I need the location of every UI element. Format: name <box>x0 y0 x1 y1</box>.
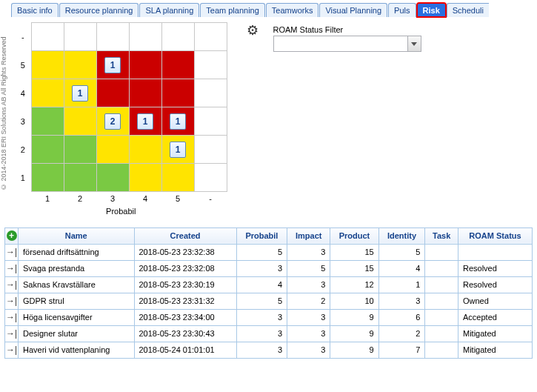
matrix-cell[interactable]: 1 <box>161 136 194 164</box>
cell-identity: 4 <box>378 260 425 276</box>
risk-count-badge[interactable]: 1 <box>170 142 186 158</box>
row-nav-cell[interactable]: →| <box>5 244 19 260</box>
matrix-y-label: 3 <box>15 107 31 136</box>
add-row-header[interactable]: + <box>5 227 19 244</box>
matrix-cell <box>194 23 227 51</box>
chevron-down-icon <box>411 42 417 46</box>
table-row[interactable]: →|Svaga prestanda2018-05-23 23:32:083515… <box>5 260 533 276</box>
table-row[interactable]: →|försenad driftsättning2018-05-23 23:32… <box>5 244 533 260</box>
cell-created: 2018-05-23 23:32:08 <box>134 260 236 276</box>
cell-identity: 3 <box>378 293 425 309</box>
tab-team-planning[interactable]: Team planning <box>200 3 265 17</box>
matrix-cell <box>31 107 64 136</box>
matrix-cell[interactable]: 2 <box>96 107 129 136</box>
tab-basic-info[interactable]: Basic info <box>11 3 59 17</box>
tab-teamworks[interactable]: Teamworks <box>266 3 319 17</box>
cell-product: 9 <box>330 342 378 358</box>
roam-filter-input[interactable] <box>274 36 407 51</box>
tab-resource-planning[interactable]: Resource planning <box>59 3 139 17</box>
column-header-impact[interactable]: Impact <box>287 227 330 244</box>
matrix-cell <box>129 79 161 107</box>
cell-impact: 5 <box>287 260 330 276</box>
cell-roam: Resolved <box>458 276 533 293</box>
cell-task <box>425 260 458 276</box>
row-nav-cell[interactable]: →| <box>5 309 19 325</box>
goto-icon[interactable]: →| <box>6 328 17 339</box>
matrix-cell <box>31 79 64 107</box>
goto-icon[interactable]: →| <box>6 279 17 290</box>
matrix-cell <box>161 164 194 192</box>
row-nav-cell[interactable]: →| <box>5 293 19 309</box>
table-row[interactable]: →|GDPR strul2018-05-23 23:31:3252103Owne… <box>5 293 533 309</box>
table-row[interactable]: →|Saknas Kravställare2018-05-23 23:30:19… <box>5 276 533 293</box>
column-header-identity[interactable]: Identity <box>378 227 425 244</box>
row-nav-cell[interactable]: →| <box>5 260 19 276</box>
goto-icon[interactable]: →| <box>6 296 17 306</box>
matrix-cell <box>96 79 129 107</box>
cell-identity: 7 <box>378 342 425 358</box>
column-header-product[interactable]: Product <box>330 227 378 244</box>
cell-probabil: 3 <box>236 342 287 358</box>
risk-count-badge[interactable]: 1 <box>137 113 153 130</box>
matrix-cell <box>31 51 64 79</box>
cell-created: 2018-05-23 23:30:19 <box>134 276 236 293</box>
column-header-probabil[interactable]: Probabil <box>236 227 287 244</box>
matrix-cell <box>161 79 194 107</box>
matrix-cell <box>194 136 227 164</box>
column-header-roam-status[interactable]: ROAM Status <box>458 227 533 244</box>
settings-icon[interactable]: ⚙ <box>247 23 259 38</box>
goto-icon[interactable]: →| <box>6 263 17 273</box>
column-header-created[interactable]: Created <box>134 227 236 244</box>
goto-icon[interactable]: →| <box>6 345 17 355</box>
table-row[interactable]: →|Haveri vid vattenplaning2018-05-24 01:… <box>5 342 533 358</box>
tab-puls[interactable]: Puls <box>388 3 416 17</box>
table-row[interactable]: →|Designer slutar2018-05-23 23:30:433392… <box>5 325 533 342</box>
cell-task <box>425 325 458 342</box>
tab-risk[interactable]: Risk <box>417 3 446 17</box>
cell-identity: 6 <box>378 309 425 325</box>
cell-probabil: 5 <box>236 244 287 260</box>
matrix-cell[interactable]: 1 <box>161 107 194 136</box>
cell-task <box>425 309 458 325</box>
goto-icon[interactable]: →| <box>6 247 17 257</box>
tab-scheduli[interactable]: Scheduli <box>447 3 489 17</box>
matrix-cell <box>96 23 129 51</box>
matrix-cell[interactable]: 1 <box>129 107 161 136</box>
add-icon[interactable]: + <box>7 230 17 241</box>
tab-bar: Basic infoResource planningSLA planningT… <box>0 0 537 18</box>
matrix-cell <box>129 164 161 192</box>
matrix-x-label: 4 <box>129 192 161 205</box>
cell-probabil: 3 <box>236 325 287 342</box>
cell-impact: 3 <box>287 244 330 260</box>
row-nav-cell[interactable]: →| <box>5 342 19 358</box>
column-header-task[interactable]: Task <box>425 227 458 244</box>
cell-roam: Mitigated <box>458 325 533 342</box>
matrix-cell <box>64 51 96 79</box>
cell-name: försenad driftsättning <box>19 244 135 260</box>
matrix-cell[interactable]: 1 <box>64 79 96 107</box>
matrix-cell[interactable]: 1 <box>96 51 129 79</box>
goto-icon[interactable]: →| <box>6 312 17 322</box>
risk-matrix: -5141321121112345- Probabil <box>15 22 227 216</box>
matrix-x-label: - <box>194 192 227 205</box>
risk-count-badge[interactable]: 1 <box>72 85 88 102</box>
roam-filter-dropdown-button[interactable] <box>407 36 421 51</box>
matrix-x-label: 5 <box>161 192 194 205</box>
row-nav-cell[interactable]: →| <box>5 276 19 293</box>
cell-identity: 1 <box>378 276 425 293</box>
risk-count-badge[interactable]: 2 <box>104 113 121 130</box>
table-row[interactable]: →|Höga licensavgifter2018-05-23 23:34:00… <box>5 309 533 325</box>
matrix-cell <box>64 107 96 136</box>
matrix-cell <box>64 136 96 164</box>
column-header-name[interactable]: Name <box>19 227 135 244</box>
tab-visual-planning[interactable]: Visual Planning <box>319 3 387 17</box>
matrix-cell <box>129 136 161 164</box>
cell-identity: 2 <box>378 325 425 342</box>
risk-count-badge[interactable]: 1 <box>104 57 121 73</box>
row-nav-cell[interactable]: →| <box>5 325 19 342</box>
risk-count-badge[interactable]: 1 <box>170 113 186 130</box>
matrix-y-label: 5 <box>15 51 31 79</box>
tab-sla-planning[interactable]: SLA planning <box>139 3 199 17</box>
cell-roam: Owned <box>458 293 533 309</box>
matrix-cell <box>129 23 161 51</box>
